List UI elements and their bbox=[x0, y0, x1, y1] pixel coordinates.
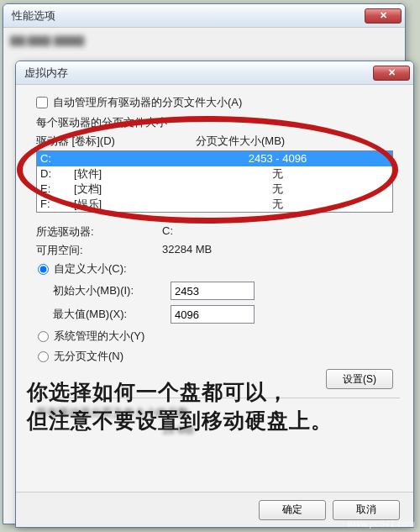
set-button[interactable]: 设置(S) bbox=[326, 369, 393, 389]
drive-label: [娱乐] bbox=[74, 197, 192, 212]
no-paging-radio-row[interactable]: 无分页文件(N) bbox=[38, 349, 400, 364]
drive-letter: E: bbox=[40, 182, 74, 197]
auto-manage-checkbox-row[interactable]: 自动管理所有驱动器的分页文件大小(A) bbox=[36, 95, 400, 110]
initial-size-label: 初始大小(MB)(I): bbox=[53, 283, 171, 298]
drive-letter: F: bbox=[40, 197, 74, 212]
available-space-row: 可用空间: 32284 MB bbox=[36, 243, 400, 258]
selected-drive-label: 所选驱动器: bbox=[36, 224, 162, 240]
drive-row[interactable]: D: [软件] 无 bbox=[37, 166, 392, 182]
annotation-line2: 但注意不要设置到移动硬盘上。 bbox=[27, 407, 333, 435]
drive-label bbox=[74, 151, 192, 166]
initial-size-row: 初始大小(MB)(I): bbox=[53, 282, 400, 300]
no-paging-label: 无分页文件(N) bbox=[54, 349, 123, 364]
drive-paging: 2453 - 4096 bbox=[192, 151, 389, 166]
available-label: 可用空间: bbox=[36, 243, 162, 258]
per-drive-label: 每个驱动器的分页文件大小 bbox=[36, 115, 400, 130]
drive-row[interactable]: C: 2453 - 4096 bbox=[37, 151, 392, 166]
selected-drive-value: C: bbox=[162, 224, 173, 240]
auto-manage-checkbox[interactable] bbox=[36, 97, 48, 108]
drive-paging: 无 bbox=[192, 197, 389, 212]
drive-label: [软件] bbox=[74, 166, 192, 182]
drive-letter: C: bbox=[40, 151, 74, 166]
window-title-back: 性能选项 bbox=[12, 8, 365, 24]
watermark: www.pc841.com bbox=[348, 519, 415, 529]
annotation-line1: 你选择如何一个盘都可以， bbox=[27, 378, 333, 407]
system-managed-radio[interactable] bbox=[38, 331, 49, 342]
header-drive: 驱动器 [卷标](D) bbox=[36, 134, 196, 149]
available-value: 32284 MB bbox=[162, 243, 212, 258]
system-managed-label: 系统管理的大小(Y) bbox=[54, 329, 144, 344]
max-size-row: 最大值(MB)(X): bbox=[53, 305, 400, 324]
custom-size-label: 自定义大小(C): bbox=[54, 261, 127, 277]
system-managed-radio-row[interactable]: 系统管理的大小(Y) bbox=[38, 329, 400, 344]
custom-size-radio-row[interactable]: 自定义大小(C): bbox=[38, 261, 400, 277]
close-icon: ✕ bbox=[388, 67, 396, 78]
max-size-label: 最大值(MB)(X): bbox=[53, 307, 171, 322]
close-button-front[interactable]: ✕ bbox=[373, 66, 410, 81]
no-paging-radio[interactable] bbox=[38, 351, 49, 362]
titlebar-back: 性能选项 ✕ bbox=[3, 4, 405, 28]
titlebar-front: 虚拟内存 ✕ bbox=[16, 61, 413, 85]
custom-size-radio[interactable] bbox=[38, 264, 49, 275]
auto-manage-label: 自动管理所有驱动器的分页文件大小(A) bbox=[53, 95, 242, 110]
drive-row[interactable]: E: [文档] 无 bbox=[37, 182, 392, 197]
drive-letter: D: bbox=[40, 166, 74, 182]
drive-label: [文档] bbox=[74, 182, 192, 197]
cancel-button[interactable]: 取消 bbox=[333, 500, 400, 520]
drive-paging: 无 bbox=[192, 166, 389, 182]
drive-row[interactable]: F: [娱乐] 无 bbox=[37, 197, 392, 212]
drive-paging: 无 bbox=[192, 182, 389, 197]
close-icon: ✕ bbox=[380, 10, 387, 21]
back-body: ▇▇ ▇▇▇ ▇▇▇▇ bbox=[3, 28, 405, 53]
annotation-text: 你选择如何一个盘都可以， 但注意不要设置到移动硬盘上。 bbox=[27, 378, 333, 435]
ok-button[interactable]: 确定 bbox=[259, 500, 326, 520]
drive-list-header: 驱动器 [卷标](D) 分页文件大小(MB) bbox=[36, 134, 400, 149]
header-paging: 分页文件大小(MB) bbox=[196, 134, 400, 149]
initial-size-input[interactable] bbox=[171, 282, 255, 300]
window-title-front: 虚拟内存 bbox=[24, 66, 373, 81]
selected-drive-row: 所选驱动器: C: bbox=[36, 224, 400, 240]
drive-list[interactable]: C: 2453 - 4096 D: [软件] 无 E: [文档] 无 F: [娱… bbox=[36, 150, 393, 213]
max-size-input[interactable] bbox=[171, 305, 255, 324]
virtual-memory-window: 虚拟内存 ✕ 自动管理所有驱动器的分页文件大小(A) 每个驱动器的分页文件大小 … bbox=[15, 61, 414, 528]
close-button-back[interactable]: ✕ bbox=[365, 8, 402, 24]
